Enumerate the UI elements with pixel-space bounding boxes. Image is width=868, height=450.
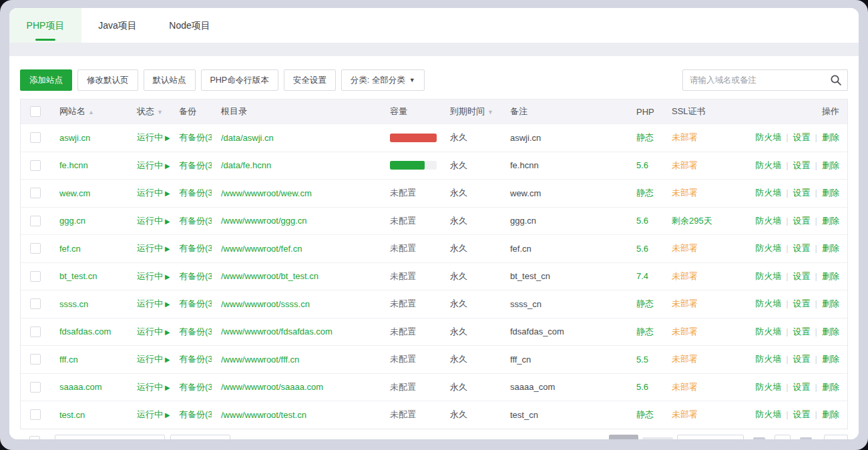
delete-action-link[interactable]: 删除 xyxy=(822,298,839,308)
site-name-link[interactable]: ssss.cn xyxy=(59,299,88,309)
root-path-link[interactable]: /www/wwwroot/wew.cm xyxy=(221,188,312,198)
backup-link[interactable]: 有备份(3) xyxy=(179,216,212,226)
firewall-action-link[interactable]: 防火墙 xyxy=(755,326,781,336)
capacity-text[interactable]: 未配置 xyxy=(390,382,416,392)
root-path-link[interactable]: /www/wwwroot/saaaa.com xyxy=(221,382,323,392)
expire-label[interactable]: 永久 xyxy=(441,242,501,254)
security-settings-button[interactable]: 安全设置 xyxy=(284,69,336,91)
remark-label[interactable]: bt_test_cn xyxy=(501,271,627,281)
tab-java-projects[interactable]: Java项目 xyxy=(81,8,154,43)
row-checkbox[interactable] xyxy=(30,382,41,393)
php-version-label[interactable]: 5.6 xyxy=(627,244,662,254)
ssl-status-label[interactable]: 未部署 xyxy=(672,354,698,364)
site-name-link[interactable]: ggg.cn xyxy=(59,216,85,226)
settings-action-link[interactable]: 设置 xyxy=(793,188,811,198)
site-name-link[interactable]: fff.cn xyxy=(59,355,78,365)
firewall-action-link[interactable]: 防火墙 xyxy=(755,132,781,142)
capacity-bar[interactable] xyxy=(390,161,437,170)
expire-label[interactable]: 永久 xyxy=(441,353,501,365)
root-path-link[interactable]: /data/fe.hcnn xyxy=(221,160,271,170)
search-icon[interactable] xyxy=(830,74,842,86)
site-name-link[interactable]: wew.cm xyxy=(59,188,90,198)
ssl-status-label[interactable]: 未部署 xyxy=(672,298,698,308)
site-status[interactable]: 运行中▶ xyxy=(128,160,170,172)
expire-label[interactable]: 永久 xyxy=(441,270,501,282)
remark-label[interactable]: ggg.cn xyxy=(501,216,627,226)
header-status[interactable]: 状态▼ xyxy=(128,105,170,118)
expire-label[interactable]: 永久 xyxy=(441,187,501,199)
php-version-label[interactable]: 静态 xyxy=(627,132,662,144)
remark-label[interactable]: wew.cm xyxy=(501,188,627,198)
settings-action-link[interactable]: 设置 xyxy=(793,243,811,253)
firewall-action-link[interactable]: 防火墙 xyxy=(755,243,781,253)
site-name-link[interactable]: aswji.cn xyxy=(59,133,90,143)
remark-label[interactable]: aswji.cn xyxy=(501,133,627,143)
php-version-label[interactable]: 5.5 xyxy=(627,355,662,365)
capacity-bar[interactable] xyxy=(390,134,437,142)
expire-label[interactable]: 永久 xyxy=(441,132,501,144)
capacity-text[interactable]: 未配置 xyxy=(390,188,416,198)
site-status[interactable]: 运行中▶ xyxy=(128,409,170,421)
row-checkbox[interactable] xyxy=(30,216,41,226)
firewall-action-link[interactable]: 防火墙 xyxy=(755,271,781,281)
category-filter-dropdown[interactable]: 分类: 全部分类▼ xyxy=(341,69,425,91)
settings-action-link[interactable]: 设置 xyxy=(793,382,811,392)
php-version-label[interactable]: 静态 xyxy=(627,409,662,421)
pagination-current-page[interactable] xyxy=(609,435,638,440)
bulk-apply-button[interactable] xyxy=(170,435,230,440)
delete-action-link[interactable]: 删除 xyxy=(822,132,839,142)
ssl-status-label[interactable]: 未部署 xyxy=(672,243,698,253)
root-path-link[interactable]: /www/wwwroot/bt_test.cn xyxy=(221,271,318,281)
backup-link[interactable]: 有备份(3) xyxy=(179,188,212,198)
backup-link[interactable]: 有备份(3) xyxy=(179,132,212,142)
backup-link[interactable]: 有备份(3) xyxy=(179,354,212,364)
root-path-link[interactable]: /www/wwwroot/fdsafdas.com xyxy=(221,326,333,336)
root-path-link[interactable]: /www/wwwroot/fff.cn xyxy=(221,355,299,365)
row-checkbox[interactable] xyxy=(30,271,41,282)
site-status[interactable]: 运行中▶ xyxy=(128,215,170,227)
root-path-link[interactable]: /www/wwwroot/fef.cn xyxy=(221,244,302,254)
delete-action-link[interactable]: 删除 xyxy=(822,188,839,198)
firewall-action-link[interactable]: 防火墙 xyxy=(755,298,781,308)
ssl-status-label[interactable]: 未部署 xyxy=(672,326,698,336)
site-name-link[interactable]: test.cn xyxy=(59,410,85,420)
php-version-label[interactable]: 7.4 xyxy=(627,271,662,281)
backup-link[interactable]: 有备份(3) xyxy=(179,271,212,281)
add-site-button[interactable]: 添加站点 xyxy=(20,69,72,91)
backup-link[interactable]: 有备份(3) xyxy=(179,160,212,170)
firewall-action-link[interactable]: 防火墙 xyxy=(755,409,781,419)
header-site-name[interactable]: 网站名▲ xyxy=(50,105,128,118)
capacity-text[interactable]: 未配置 xyxy=(390,354,416,364)
firewall-action-link[interactable]: 防火墙 xyxy=(755,216,781,226)
remark-label[interactable]: saaaa_com xyxy=(501,382,627,392)
expire-label[interactable]: 永久 xyxy=(441,381,501,393)
ssl-status-label[interactable]: 剩余295天 xyxy=(672,216,712,226)
firewall-action-link[interactable]: 防火墙 xyxy=(755,382,781,392)
remark-label[interactable]: ssss_cn xyxy=(501,299,627,309)
capacity-text[interactable]: 未配置 xyxy=(390,409,416,419)
site-status[interactable]: 运行中▶ xyxy=(128,353,170,365)
row-checkbox[interactable] xyxy=(30,326,41,337)
ssl-status-label[interactable]: 未部署 xyxy=(672,132,698,142)
ssl-status-label[interactable]: 未部署 xyxy=(672,382,698,392)
delete-action-link[interactable]: 删除 xyxy=(822,354,839,364)
root-path-link[interactable]: /www/wwwroot/ggg.cn xyxy=(221,216,307,226)
firewall-action-link[interactable]: 防火墙 xyxy=(755,188,781,198)
remark-label[interactable]: fdsafdas_com xyxy=(501,326,627,336)
capacity-text[interactable]: 未配置 xyxy=(390,271,416,281)
settings-action-link[interactable]: 设置 xyxy=(793,326,811,336)
firewall-action-link[interactable]: 防火墙 xyxy=(755,354,781,364)
delete-action-link[interactable]: 删除 xyxy=(822,382,839,392)
row-checkbox[interactable] xyxy=(30,188,41,198)
site-status[interactable]: 运行中▶ xyxy=(128,132,170,144)
expire-label[interactable]: 永久 xyxy=(441,215,501,227)
settings-action-link[interactable]: 设置 xyxy=(793,271,811,281)
expire-label[interactable]: 永久 xyxy=(441,298,501,310)
ssl-status-label[interactable]: 未部署 xyxy=(672,409,698,419)
backup-link[interactable]: 有备份(3) xyxy=(179,409,212,419)
settings-action-link[interactable]: 设置 xyxy=(793,216,811,226)
header-expire-time[interactable]: 到期时间▼ xyxy=(441,105,501,118)
php-version-label[interactable]: 静态 xyxy=(627,298,662,310)
ssl-status-label[interactable]: 未部署 xyxy=(672,160,698,170)
select-all-checkbox[interactable] xyxy=(30,106,41,117)
